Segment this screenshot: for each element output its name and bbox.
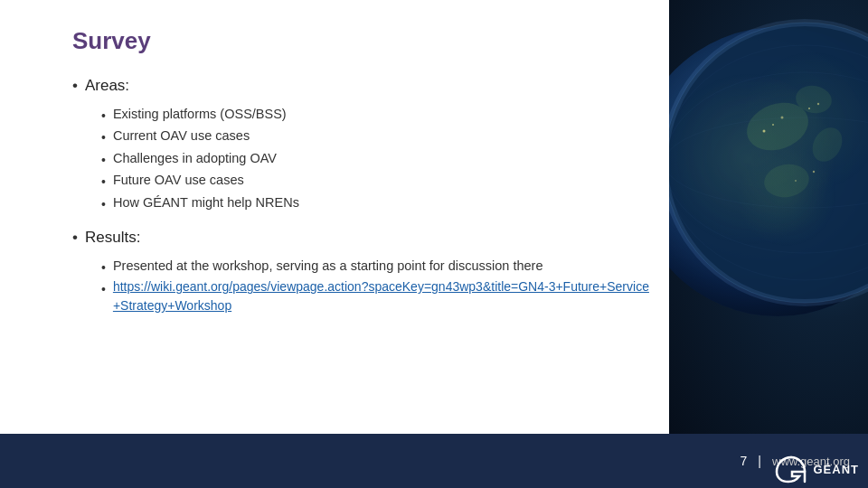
svg-point-12 — [781, 117, 784, 119]
sub-bullet-5: • — [101, 194, 106, 214]
svg-point-15 — [795, 180, 797, 182]
results-bullet: • — [72, 229, 78, 247]
svg-point-7 — [669, 72, 868, 253]
svg-point-10 — [763, 130, 766, 133]
svg-point-11 — [772, 124, 774, 126]
areas-item-5: How GÉANT might help NRENs — [113, 192, 299, 213]
sub-bullet-3: • — [101, 150, 106, 170]
sub-bullet-r1: • — [101, 258, 106, 277]
page-number: 7 — [741, 454, 748, 468]
results-header: • Results: — [72, 229, 651, 247]
svg-point-9 — [669, 23, 868, 303]
areas-sublist: • Existing platforms (OSS/BSS) • Current… — [101, 104, 651, 214]
results-label: Results: — [85, 229, 140, 247]
areas-item-1: Existing platforms (OSS/BSS) — [113, 104, 287, 125]
list-item: • Existing platforms (OSS/BSS) — [101, 104, 651, 126]
svg-point-2 — [741, 95, 816, 159]
areas-label: Areas: — [85, 77, 129, 95]
main-content: Survey • Areas: • Existing platforms (OS… — [72, 27, 651, 425]
svg-point-6 — [669, 117, 868, 208]
sub-bullet-r2: • — [101, 279, 106, 299]
list-item: • How GÉANT might help NRENs — [101, 192, 651, 214]
geant-logo: GÉANT — [774, 455, 860, 483]
svg-point-1 — [669, 23, 868, 303]
results-item-1: Presented at the workshop, serving as a … — [113, 256, 543, 277]
areas-header: • Areas: — [72, 77, 651, 95]
svg-point-8 — [669, 45, 868, 280]
svg-point-16 — [813, 171, 815, 173]
sub-bullet-1: • — [101, 106, 106, 126]
list-item: • https://wiki.geant.org/pages/viewpage.… — [101, 277, 651, 315]
svg-point-13 — [808, 108, 810, 109]
svg-point-14 — [817, 103, 819, 105]
geant-logo-icon — [774, 455, 808, 483]
areas-section: • Areas: • Existing platforms (OSS/BSS) … — [72, 77, 651, 214]
svg-point-3 — [794, 83, 835, 116]
list-item: • Challenges in adopting OAV — [101, 148, 651, 170]
areas-item-3: Challenges in adopting OAV — [113, 148, 277, 169]
areas-bullet: • — [72, 77, 78, 95]
sub-bullet-4: • — [101, 172, 106, 192]
results-sublist: • Presented at the workshop, serving as … — [101, 256, 651, 315]
geant-logo-text: GÉANT — [814, 463, 860, 476]
svg-point-5 — [807, 122, 848, 167]
svg-point-0 — [669, 23, 868, 303]
slide: 7 | www.geant.org GÉANT Survey • — [0, 0, 868, 488]
svg-point-4 — [761, 161, 811, 201]
areas-item-2: Current OAV use cases — [113, 126, 250, 146]
list-item: • Future OAV use cases — [101, 170, 651, 192]
list-item: • Presented at the workshop, serving as … — [101, 256, 651, 277]
areas-item-4: Future OAV use cases — [113, 170, 244, 191]
list-item: • Current OAV use cases — [101, 126, 651, 147]
bottom-bar: 7 | www.geant.org GÉANT — [0, 434, 868, 488]
results-link[interactable]: https://wiki.geant.org/pages/viewpage.ac… — [113, 277, 651, 315]
sub-bullet-2: • — [101, 127, 106, 147]
results-section: • Results: • Presented at the workshop, … — [72, 229, 651, 315]
background-globe — [669, 0, 868, 434]
slide-title: Survey — [72, 27, 651, 55]
footer-divider: | — [758, 454, 761, 468]
